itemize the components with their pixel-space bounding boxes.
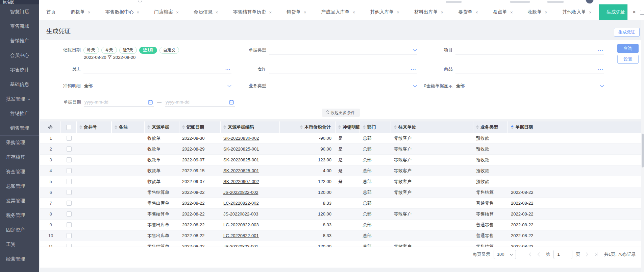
doc-code-link[interactable]: SK-20220825-001: [223, 146, 259, 152]
column-header-department[interactable]: 部门: [360, 121, 391, 133]
doc-code-link[interactable]: LC-20220822-001: [223, 233, 259, 238]
scrollbar-thumb[interactable]: [642, 134, 644, 167]
doc-code-link[interactable]: SK-20220830-002: [223, 136, 259, 141]
sort-icons[interactable]: [300, 125, 303, 129]
tab[interactable]: 材料出库单 ×: [407, 4, 451, 20]
row-checkbox[interactable]: [67, 168, 72, 173]
topbar-appcenter-icon[interactable]: [510, 1, 530, 3]
date-preset-pill[interactable]: 昨天: [83, 47, 99, 54]
column-header-note[interactable]: 备注: [112, 121, 145, 133]
row-checkbox[interactable]: [67, 179, 72, 184]
sort-icons[interactable]: [182, 125, 185, 129]
row-checkbox[interactable]: [67, 157, 72, 162]
sidebar-item[interactable]: 资金管理: [0, 164, 39, 179]
query-button[interactable]: 查询: [617, 44, 639, 53]
select-all-checkbox[interactable]: [66, 125, 71, 130]
sidebar-item[interactable]: 工资: [0, 237, 39, 252]
row-checkbox[interactable]: [67, 146, 72, 152]
page-number-input[interactable]: [553, 250, 572, 259]
sort-icons[interactable]: [79, 125, 82, 129]
last-page-button[interactable]: [592, 252, 599, 256]
sidebar-item[interactable]: 智慧门店: [0, 4, 39, 19]
tab[interactable]: 盘点单 ×: [486, 4, 520, 20]
column-header-merge-no[interactable]: 合并号: [77, 121, 112, 133]
doc-type-dropdown[interactable]: [414, 46, 416, 54]
warehouse-input[interactable]: ···: [269, 65, 417, 73]
sidebar-item[interactable]: 营销推广: [0, 33, 39, 48]
sort-icons[interactable]: [476, 125, 479, 129]
column-header-source-doc[interactable]: 来源单据: [145, 121, 179, 133]
tab[interactable]: 首页: [39, 4, 63, 20]
first-page-button[interactable]: [527, 252, 534, 256]
column-header-writeoff[interactable]: 冲销明细: [336, 121, 360, 133]
tab-close-icon[interactable]: ×: [441, 10, 444, 15]
tab-close-icon[interactable]: ×: [216, 10, 218, 15]
sidebar-item[interactable]: 基础信息: [0, 77, 39, 92]
sidebar-item[interactable]: 零售商城: [0, 19, 39, 33]
row-checkbox[interactable]: [67, 136, 72, 141]
goods-input[interactable]: ···: [455, 65, 604, 73]
topbar-help-icon[interactable]: [138, 0, 142, 2]
sort-icons[interactable]: [511, 125, 514, 129]
tab[interactable]: 销货单 ×: [279, 4, 314, 20]
zero-amount-dropdown[interactable]: [601, 82, 603, 90]
sort-icons[interactable]: [338, 125, 341, 129]
row-checkbox[interactable]: [67, 211, 72, 217]
tab-close-icon[interactable]: ×: [545, 10, 548, 15]
row-checkbox[interactable]: [67, 244, 72, 247]
employee-input[interactable]: ···: [83, 65, 231, 73]
tab-list-icon[interactable]: [640, 10, 644, 15]
tab[interactable]: 门店档案 ×: [147, 4, 186, 20]
tab[interactable]: 产成品入库单 ×: [314, 4, 363, 20]
sort-icons[interactable]: [223, 125, 226, 129]
tab-close-icon[interactable]: ×: [137, 10, 140, 15]
sidebar-item[interactable]: 库存核算: [0, 150, 39, 164]
doc-code-link[interactable]: SK-20220825-001: [223, 157, 259, 162]
tab-close-icon[interactable]: ×: [269, 10, 272, 15]
sidebar-item[interactable]: 发票管理: [0, 194, 39, 208]
row-checkbox[interactable]: [67, 233, 72, 238]
column-header-select-all[interactable]: [61, 121, 77, 133]
row-checkbox[interactable]: [67, 190, 72, 195]
doc-code-link[interactable]: SK-20220825-001: [223, 168, 259, 173]
warehouse-picker-ellipsis-icon[interactable]: ···: [411, 65, 416, 73]
doc-type-select[interactable]: [269, 46, 417, 54]
doc-code-link[interactable]: SK-20220907-002: [223, 179, 259, 184]
sidebar-item[interactable]: 会员中心: [0, 48, 39, 63]
doc-date-to-input[interactable]: [165, 98, 235, 107]
close-all-tabs-icon[interactable]: ×: [633, 9, 636, 16]
doc-code-link[interactable]: LC-20220822-003: [223, 222, 259, 227]
tab[interactable]: 会员信息 ×: [186, 4, 226, 20]
settings-button[interactable]: 设置: [617, 55, 639, 64]
column-header-source-doc-code[interactable]: 来源单据编码: [221, 121, 280, 133]
page-scrollbar[interactable]: [641, 20, 644, 272]
row-checkbox[interactable]: [67, 222, 72, 227]
calendar-icon[interactable]: [148, 100, 153, 106]
tab-close-icon[interactable]: ×: [304, 10, 306, 15]
sidebar-item[interactable]: 经营管理: [0, 252, 39, 266]
column-header-booking-date[interactable]: 记账日期: [179, 121, 221, 133]
tab-close-icon[interactable]: ×: [353, 10, 355, 15]
writeoff-detail-select[interactable]: 全部: [83, 82, 231, 90]
biz-type-dropdown[interactable]: [414, 82, 416, 90]
tab[interactable]: 调拨单 ×: [63, 4, 98, 20]
date-preset-pill[interactable]: 自定义: [159, 47, 179, 54]
doc-date-from-input[interactable]: [84, 98, 154, 107]
tab[interactable]: 其他收入单 ×: [555, 4, 599, 20]
tab-close-icon[interactable]: ×: [88, 10, 91, 15]
biz-type-select[interactable]: [269, 82, 417, 90]
writeoff-detail-dropdown[interactable]: [228, 82, 231, 90]
date-preset-pill[interactable]: 今天: [101, 47, 117, 54]
sort-icons[interactable]: [115, 125, 117, 129]
date-preset-pill[interactable]: 近7天: [119, 47, 137, 54]
tab[interactable]: 零售数据中心 ×: [98, 4, 147, 20]
column-header-settings[interactable]: [40, 121, 61, 133]
sidebar-item[interactable]: 销售管理: [0, 121, 39, 135]
tab-close-icon[interactable]: ×: [510, 10, 513, 15]
prev-page-button[interactable]: [537, 253, 542, 256]
sidebar-item[interactable]: 批发管理 ▲: [0, 92, 39, 106]
sidebar-item[interactable]: 税务管理: [0, 208, 39, 223]
doc-code-link[interactable]: JS-20220822-002: [223, 190, 258, 195]
doc-code-link[interactable]: JS-20220822-003: [223, 211, 258, 217]
user-avatar[interactable]: [586, 0, 594, 4]
